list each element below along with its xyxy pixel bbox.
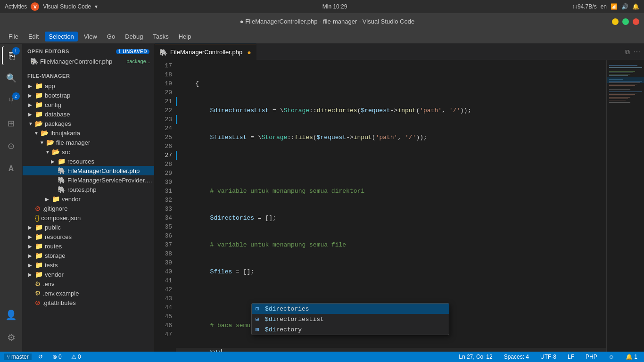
language-indicator[interactable]: en — [601, 3, 607, 10]
tree-item-composer[interactable]: ▶ {} composer.json — [23, 213, 154, 222]
tree-item-env[interactable]: ▶ ⚙ .env — [23, 279, 154, 288]
line-num: 24 — [155, 124, 172, 133]
menu-go[interactable]: Go — [103, 32, 119, 41]
svg-rect-11 — [609, 81, 642, 82]
line-num: 34 — [155, 214, 172, 222]
variable-icon: ⊞ — [256, 305, 262, 313]
warnings-label: ⚠ 0 — [71, 354, 81, 360]
tree-item-filemanagerserviceprovider[interactable]: ▶ 🐘 FileManagerServiceProvider.php — [23, 175, 154, 185]
warnings-status[interactable]: ⚠ 0 — [68, 354, 84, 360]
tree-item-env-example[interactable]: ▶ ⚙ .env.example — [23, 288, 154, 298]
tree-item-routes[interactable]: ▶ 🐘 routes.php — [23, 185, 154, 194]
line-ending-status[interactable]: LF — [565, 354, 577, 360]
sync-icon: ↺ — [38, 354, 43, 360]
sync-button[interactable]: ↺ — [35, 354, 46, 360]
autocomplete-item-directories[interactable]: ⊞ $directories — [252, 304, 449, 314]
arrow-icon: ▶ — [51, 159, 58, 164]
tree-item-file-manager[interactable]: ▼ 📂 file-manager — [23, 138, 154, 147]
folder-icon: 📁 — [35, 223, 43, 231]
line-num: 28 — [155, 160, 172, 169]
tree-item-packages[interactable]: ▼ 📂 packages — [23, 119, 154, 128]
errors-status[interactable]: ⊗ 0 — [50, 354, 65, 360]
folder-icon: 📁 — [35, 82, 43, 90]
menu-edit[interactable]: Edit — [25, 32, 42, 41]
arrow-icon: ▶ — [28, 244, 35, 249]
notifications-status[interactable]: 🔔 1 — [623, 354, 640, 360]
tree-item-storage[interactable]: ▶ 📁 storage — [23, 251, 154, 260]
svg-rect-12 — [609, 82, 640, 83]
git-branch-status[interactable]: ⑂ master — [4, 354, 32, 360]
cursor-position[interactable]: Ln 27, Col 12 — [456, 354, 495, 360]
menu-help[interactable]: Help — [175, 32, 195, 41]
tree-item-public[interactable]: ▶ 📁 public — [23, 222, 154, 232]
file-explorer-sidebar: OPEN EDITORS 1 UNSAVED 🐘 FileManagerCont… — [23, 44, 155, 352]
line-num: 37 — [155, 240, 172, 249]
folder-icon: 📁 — [35, 110, 43, 118]
minimize-button[interactable] — [612, 18, 619, 25]
activities-label[interactable]: Activities — [5, 3, 27, 10]
open-file-badge: package... — [126, 58, 150, 64]
language-status[interactable]: PHP — [583, 354, 600, 360]
line-num: 25 — [155, 133, 172, 142]
file-manager-header[interactable]: FILE-MANAGER — [23, 71, 154, 81]
active-tab[interactable]: 🐘 FileManagerController.php ● — [155, 44, 256, 60]
extensions-icon[interactable]: ⊞ — [2, 114, 21, 133]
notification-bell: 🔔 1 — [626, 354, 637, 360]
arrow-icon: ▼ — [40, 140, 46, 145]
open-editors-label: OPEN EDITORS — [27, 49, 69, 54]
folder-icon: 📁 — [35, 91, 43, 99]
svg-rect-5 — [609, 73, 633, 73]
tree-item-config[interactable]: ▶ 📁 config — [23, 100, 154, 109]
branch-name: master — [11, 354, 29, 360]
autocomplete-dropdown[interactable]: ⊞ $directories ⊞ $directoriesList ⊞ $dir… — [251, 303, 449, 335]
folder-icon: 📁 — [52, 195, 60, 203]
line-num: 30 — [155, 178, 172, 187]
menu-selection[interactable]: Selection — [45, 32, 77, 41]
menu-debug[interactable]: Debug — [121, 32, 147, 41]
open-editors-header[interactable]: OPEN EDITORS 1 UNSAVED — [23, 46, 154, 57]
editor-scroll[interactable]: 17 18 19 20 21 22 23 24 25 26 27 28 29 3… — [155, 60, 644, 352]
source-control-icon[interactable]: ⑂ 2 — [2, 91, 21, 110]
split-editor-icon[interactable]: ⧉ — [625, 48, 630, 56]
emoji-status[interactable]: ☺ — [606, 354, 617, 360]
settings-icon[interactable]: ⚙ — [2, 328, 21, 347]
network-speed: ↑↓94.7B/s — [572, 3, 597, 10]
maximize-button[interactable] — [622, 18, 629, 25]
tree-item-tests[interactable]: ▶ 📁 tests — [23, 260, 154, 270]
tree-item-vendor-root[interactable]: ▶ 📁 vendor — [23, 270, 154, 279]
account-icon[interactable]: 👤 — [2, 305, 21, 324]
menu-view[interactable]: View — [80, 32, 101, 41]
folder-icon: 📁 — [35, 242, 43, 250]
tree-item-resources-root[interactable]: ▶ 📁 resources — [23, 232, 154, 241]
remote-icon[interactable]: ⊙ — [2, 137, 21, 156]
tree-item-src[interactable]: ▼ 📂 src — [23, 147, 154, 156]
search-icon[interactable]: 🔍 — [2, 69, 21, 88]
open-file-item[interactable]: 🐘 FileManagerController.php package... — [23, 57, 154, 66]
tree-item-app[interactable]: ▶ 📁 app — [23, 81, 154, 90]
close-button[interactable] — [633, 18, 639, 25]
tree-item-ibnujakaria[interactable]: ▼ 📂 ibnujakaria — [23, 128, 154, 138]
encoding-status[interactable]: UTF-8 — [537, 354, 559, 360]
tree-item-gitattributes[interactable]: ▶ ⊘ .gitattributes — [23, 298, 154, 307]
amazon-icon[interactable]: A — [2, 159, 21, 178]
tree-item-bootstrap[interactable]: ▶ 📁 bootstrap — [23, 90, 154, 100]
arrow-icon: ▶ — [28, 253, 35, 258]
menu-tasks[interactable]: Tasks — [149, 32, 172, 41]
explorer-icon[interactable]: ⎘ 1 — [2, 46, 21, 65]
tree-item-resources[interactable]: ▶ 📁 resources — [23, 156, 154, 166]
tree-item-routes-root[interactable]: ▶ 📁 routes — [23, 241, 154, 251]
menu-file[interactable]: File — [5, 32, 22, 41]
php-icon: 🐘 — [58, 167, 66, 174]
more-actions-icon[interactable]: ⋯ — [634, 48, 640, 56]
autocomplete-item-directorieslist[interactable]: ⊞ $directoriesList — [252, 314, 449, 324]
svg-rect-18 — [609, 93, 637, 93]
tree-item-vendor-sub[interactable]: ▶ 📁 vendor — [23, 194, 154, 204]
arrow-icon: ▶ — [28, 263, 35, 268]
tree-item-gitignore[interactable]: ▶ ⊘ .gitignore — [23, 204, 154, 213]
indentation-status[interactable]: Spaces: 4 — [501, 354, 532, 360]
tree-item-database[interactable]: ▶ 📁 database — [23, 109, 154, 119]
autocomplete-item-directory[interactable]: ⊞ $directory — [252, 324, 449, 335]
tree-item-filemanagercontroller[interactable]: ▶ 🐘 FileManagerController.php — [23, 166, 154, 175]
tab-close-button[interactable]: ● — [247, 49, 251, 56]
app-name-label[interactable]: Visual Studio Code — [43, 3, 91, 10]
